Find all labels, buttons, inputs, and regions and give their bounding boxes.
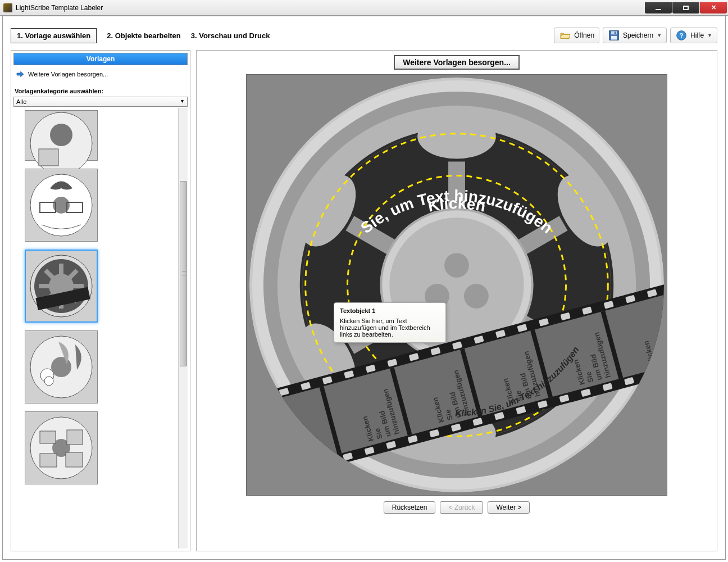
maximize-button[interactable] bbox=[672, 2, 699, 13]
svg-rect-29 bbox=[40, 454, 57, 467]
svg-text:?: ? bbox=[680, 31, 684, 39]
svg-rect-97 bbox=[646, 371, 656, 380]
folder-open-icon bbox=[559, 30, 571, 41]
category-value: Alle bbox=[16, 98, 26, 105]
reset-button[interactable]: Rücksetzen bbox=[384, 501, 436, 514]
text-object-tooltip: Textobjekt 1 Klicken Sie hier, um Text h… bbox=[334, 302, 446, 343]
svg-point-52 bbox=[444, 253, 469, 278]
help-dropdown-icon[interactable]: ▼ bbox=[707, 33, 712, 38]
step-1-button[interactable]: 1. Vorlage auswählen bbox=[11, 28, 97, 43]
next-button[interactable]: Weiter > bbox=[488, 501, 530, 514]
save-label: Speichern bbox=[623, 31, 653, 39]
svg-rect-28 bbox=[67, 430, 83, 445]
scrollbar-thumb[interactable] bbox=[180, 181, 187, 366]
help-icon: ? bbox=[675, 30, 688, 41]
tooltip-body: Klicken Sie hier, um Text hinzuzufügen u… bbox=[340, 318, 440, 338]
get-more-templates-button[interactable]: Weitere Vorlagen besorgen... bbox=[394, 55, 520, 70]
svg-rect-59 bbox=[257, 393, 267, 402]
svg-point-7 bbox=[50, 124, 72, 146]
help-button[interactable]: ? Hilfe ▼ bbox=[670, 28, 717, 43]
template-thumb-1[interactable] bbox=[25, 110, 98, 161]
sidebar: Vorlagen Weitere Vorlagen besorgen... Vo… bbox=[11, 50, 190, 551]
help-label: Hilfe bbox=[690, 31, 704, 39]
template-thumbnails bbox=[13, 108, 188, 549]
svg-rect-80 bbox=[277, 470, 288, 478]
category-label: Vorlagenkategorie auswählen: bbox=[15, 88, 186, 94]
sidebar-header: Vorlagen bbox=[13, 53, 188, 65]
save-dropdown-icon[interactable]: ▼ bbox=[657, 33, 662, 38]
svg-rect-81 bbox=[299, 464, 310, 473]
svg-rect-2 bbox=[611, 36, 617, 40]
category-select[interactable]: Alle bbox=[13, 97, 188, 107]
step-3-label[interactable]: 3. Vorschau und Druck bbox=[191, 31, 270, 40]
template-thumb-4[interactable] bbox=[25, 330, 98, 404]
svg-text:hinzuzufügen: hinzuzufügen bbox=[662, 312, 667, 360]
step-toolbar: 1. Vorlage auswählen 2. Objekte bearbeit… bbox=[11, 24, 717, 47]
svg-point-24 bbox=[44, 377, 53, 386]
more-templates-text: Weitere Vorlagen besorgen... bbox=[28, 71, 108, 78]
svg-rect-27 bbox=[40, 431, 56, 443]
svg-text:Sie: Sie bbox=[654, 352, 666, 365]
tooltip-title: Textobjekt 1 bbox=[340, 307, 440, 314]
arrow-right-icon bbox=[16, 70, 25, 79]
template-thumb-2[interactable] bbox=[25, 169, 98, 242]
open-button[interactable]: Öffnen bbox=[554, 28, 599, 43]
svg-point-22 bbox=[51, 357, 71, 377]
close-button[interactable] bbox=[700, 2, 727, 13]
save-button[interactable]: Speichern ▼ bbox=[603, 28, 667, 43]
window-controls bbox=[644, 2, 727, 13]
back-button: < Zurück bbox=[440, 501, 483, 514]
main-area: Vorlagen Weitere Vorlagen besorgen... Vo… bbox=[11, 50, 717, 551]
template-thumb-5[interactable] bbox=[25, 411, 98, 484]
svg-rect-30 bbox=[66, 452, 83, 467]
titlebar: LightScribe Template Labeler bbox=[0, 0, 728, 16]
svg-point-54 bbox=[464, 284, 489, 309]
svg-rect-1 bbox=[611, 31, 617, 35]
wizard-nav: Rücksetzen < Zurück Weiter > bbox=[384, 501, 530, 514]
minimize-button[interactable] bbox=[645, 2, 672, 13]
svg-rect-82 bbox=[321, 458, 331, 466]
svg-text:um Bild: um Bild bbox=[659, 334, 667, 362]
canvas-panel: Weitere Vorlagen besorgen... bbox=[196, 50, 717, 551]
svg-rect-3 bbox=[615, 31, 616, 34]
open-label: Öffnen bbox=[574, 31, 594, 39]
step-2-label[interactable]: 2. Objekte bearbeiten bbox=[107, 31, 181, 40]
template-thumb-3-selected[interactable] bbox=[25, 250, 98, 323]
floppy-disk-icon bbox=[608, 30, 620, 41]
disc-preview[interactable]: Klicken Sie um Bild hinzuzufügen Klicken… bbox=[246, 74, 667, 496]
thumbnail-scrollbar[interactable] bbox=[178, 108, 188, 549]
window-title: LightScribe Template Labeler bbox=[16, 4, 644, 12]
app-icon bbox=[3, 3, 12, 12]
svg-rect-8 bbox=[39, 149, 58, 166]
more-templates-link[interactable]: Weitere Vorlagen besorgen... bbox=[16, 70, 185, 79]
app-body: 1. Vorlage auswählen 2. Objekte bearbeit… bbox=[2, 16, 726, 560]
